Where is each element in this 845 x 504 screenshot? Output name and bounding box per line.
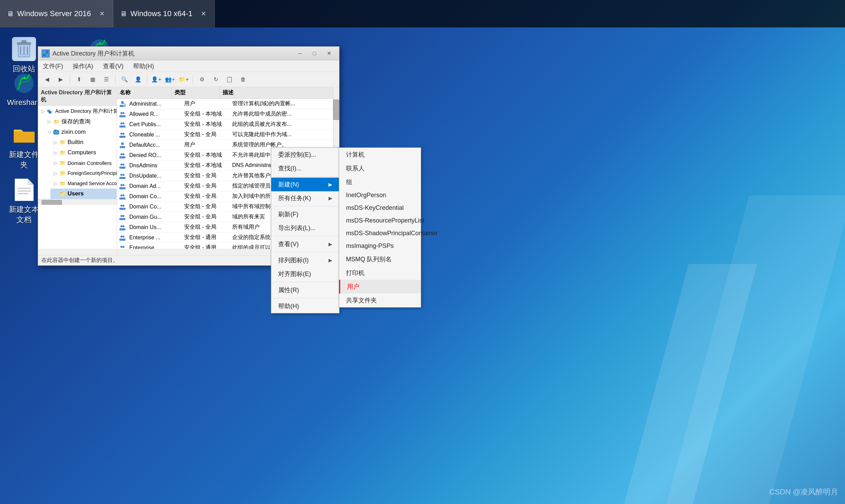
- svg-rect-45: [119, 177, 126, 179]
- tab2-close[interactable]: ✕: [199, 10, 207, 18]
- forward-button[interactable]: ▶: [55, 74, 67, 85]
- ctx-find[interactable]: 查找(I)...: [271, 161, 339, 175]
- tree-builtin[interactable]: ▷ 📁 Builtin: [50, 137, 117, 147]
- submenu-computer[interactable]: 计算机: [339, 148, 421, 161]
- row-icon-4: [118, 141, 127, 149]
- list-item[interactable]: Cloneable ... 安全组 - 全局 可以克隆此组中作为域...: [117, 130, 339, 140]
- svg-point-37: [120, 153, 122, 155]
- menu-action[interactable]: 操作(A): [68, 61, 98, 72]
- properties-button[interactable]: 📋: [223, 74, 236, 85]
- builtin-expand: ▷: [52, 139, 59, 145]
- user-button[interactable]: 👤: [132, 74, 144, 85]
- new-group-button[interactable]: 👥+: [164, 74, 176, 85]
- saved-queries-expand: ▷: [46, 119, 52, 125]
- tree-foreign-security[interactable]: ▷ 📁 ForeignSecurityPrincipia...: [50, 168, 117, 178]
- list-view-button[interactable]: ▦: [86, 74, 99, 85]
- tree-hscrollbar[interactable]: [38, 199, 117, 205]
- maximize-button[interactable]: □: [308, 48, 321, 59]
- svg-point-46: [120, 184, 122, 186]
- minimize-button[interactable]: ─: [293, 48, 307, 59]
- svg-rect-34: [119, 136, 126, 138]
- col-header-name[interactable]: 名称: [117, 87, 172, 98]
- submenu-msds-keycredential[interactable]: msDS-KeyCredential: [339, 202, 421, 214]
- delete-button[interactable]: 🗑: [237, 74, 249, 85]
- submenu-msds-resourcepropertylist[interactable]: msDS-ResourcePropertyList: [339, 214, 421, 227]
- back-button[interactable]: ◀: [41, 74, 53, 85]
- tab1-close[interactable]: ✕: [98, 10, 106, 18]
- submenu-msmq-queue-alias[interactable]: MSMQ 队列别名: [339, 252, 421, 266]
- zixin-icon: [52, 128, 60, 136]
- cell-desc-0: 管理计算机(域)的内置帐...: [229, 99, 339, 108]
- menu-help[interactable]: 帮助(H): [128, 61, 159, 72]
- svg-point-35: [121, 142, 124, 145]
- title-bar: Active Directory 用户和计算机 ─ □ ✕: [38, 47, 339, 60]
- submenu-inetorgperson[interactable]: InetOrgPerson: [339, 189, 421, 202]
- refresh-button[interactable]: ↻: [210, 74, 222, 85]
- ctx-properties[interactable]: 属性(R): [271, 283, 339, 297]
- tree-root[interactable]: ▷ Active Directory 用户和计算机: [38, 106, 117, 116]
- list-item[interactable]: Allowed R... 安全组 - 本地域 允许将此组中成员的密...: [117, 109, 339, 119]
- tree-zixin[interactable]: ▽ zixin.com: [44, 127, 117, 137]
- list-item[interactable]: Administrat... 用户 管理计算机(域)的内置帐...: [117, 99, 339, 109]
- fsp-icon: 📁: [59, 169, 66, 177]
- filter-button[interactable]: ⚙: [196, 74, 208, 85]
- submenu-user[interactable]: 用户: [339, 280, 421, 293]
- ctx-export[interactable]: 导出列表(L)...: [271, 221, 339, 235]
- toolbar-sep-3: [147, 75, 147, 84]
- ctx-new-arrow: ▶: [329, 182, 332, 187]
- tab2-icon: 🖥: [120, 10, 127, 18]
- cell-desc-1: 允许将此组中成员的密...: [229, 110, 339, 118]
- submenu-group[interactable]: 组: [339, 175, 421, 189]
- submenu-shared-folder[interactable]: 共享文件夹: [339, 293, 421, 307]
- submenu-printer[interactable]: 打印机: [339, 266, 421, 280]
- up-button[interactable]: ⬆: [73, 74, 85, 85]
- submenu-contact[interactable]: 联系人: [339, 161, 421, 175]
- new-user-button[interactable]: 👤+: [150, 74, 163, 85]
- svg-rect-31: [119, 125, 126, 128]
- svg-point-55: [120, 215, 122, 217]
- tree-managed-service[interactable]: ▷ 📁 Managed Service Acco...: [50, 178, 117, 189]
- tab2-label: Windows 10 x64-1: [130, 9, 192, 18]
- tree-saved-queries[interactable]: ▷ 📁 保存的查询: [44, 116, 117, 127]
- ctx-align[interactable]: 对齐图标(E): [271, 267, 339, 281]
- ctx-all-tasks[interactable]: 所有任务(K) ▶: [271, 191, 339, 205]
- new-text-label: 新建文本文档: [6, 204, 42, 225]
- ctx-delegate[interactable]: 委派控制(E)...: [271, 148, 339, 161]
- csdn-watermark: CSDN @凌风醉明月: [769, 487, 838, 497]
- cell-type-10: 安全组 - 全局: [181, 202, 229, 211]
- csdn-label: CSDN @凌风醉明月: [769, 488, 838, 496]
- submenu-msimaging-psps[interactable]: msImaging-PSPs: [339, 240, 421, 252]
- menu-bar: 文件(F) 操作(A) 查看(V) 帮助(H): [38, 60, 339, 72]
- ctx-view[interactable]: 查看(V) ▶: [271, 237, 339, 251]
- window-title: Active Directory 用户和计算机: [52, 49, 290, 58]
- ctx-arrange[interactable]: 排列图标(I) ▶: [271, 253, 339, 267]
- svg-rect-17: [43, 54, 46, 56]
- ctx-help[interactable]: 帮助(H): [271, 299, 339, 313]
- tree-computers[interactable]: ▷ 📁 Computers: [50, 147, 117, 158]
- row-icon-10: [118, 203, 127, 211]
- bottom-scroll-left[interactable]: [38, 249, 117, 255]
- svg-point-30: [122, 122, 124, 124]
- ctx-new[interactable]: 新建(N) ▶: [271, 178, 339, 191]
- close-button[interactable]: ✕: [322, 48, 336, 59]
- tree-domain-controllers[interactable]: ▷ 📁 Domain Controllers: [50, 158, 117, 168]
- list-header: 名称 类型 描述: [117, 87, 339, 99]
- col-header-desc[interactable]: 描述: [220, 87, 339, 98]
- menu-view[interactable]: 查看(V): [98, 61, 128, 72]
- new-ou-button[interactable]: 📁+: [178, 74, 190, 85]
- svg-rect-57: [119, 218, 126, 220]
- taskbar-tab-2[interactable]: 🖥 Windows 10 x64-1 ✕: [113, 0, 215, 27]
- list-item[interactable]: Cert Publis... 安全组 - 本地域 此组的成员被允许发布...: [117, 119, 339, 130]
- users-icon: 📁: [59, 190, 66, 197]
- computers-label: Computers: [68, 149, 96, 156]
- search-button[interactable]: 🔍: [118, 74, 131, 85]
- detail-view-button[interactable]: ☰: [100, 74, 112, 85]
- cell-name-11: Domain Gu...: [127, 213, 181, 221]
- menu-file[interactable]: 文件(F): [38, 61, 68, 72]
- ctx-refresh[interactable]: 刷新(F): [271, 207, 339, 221]
- cell-type-7: 安全组 - 全局: [181, 171, 229, 180]
- col-header-type[interactable]: 类型: [172, 87, 220, 98]
- taskbar-tab-1[interactable]: 🖥 Windows Server 2016 ✕: [0, 0, 113, 27]
- submenu-msds-shadowprincipalcontainer[interactable]: msDS-ShadowPrincipalContainer: [339, 227, 421, 240]
- tree-users[interactable]: 📁 Users: [50, 189, 117, 199]
